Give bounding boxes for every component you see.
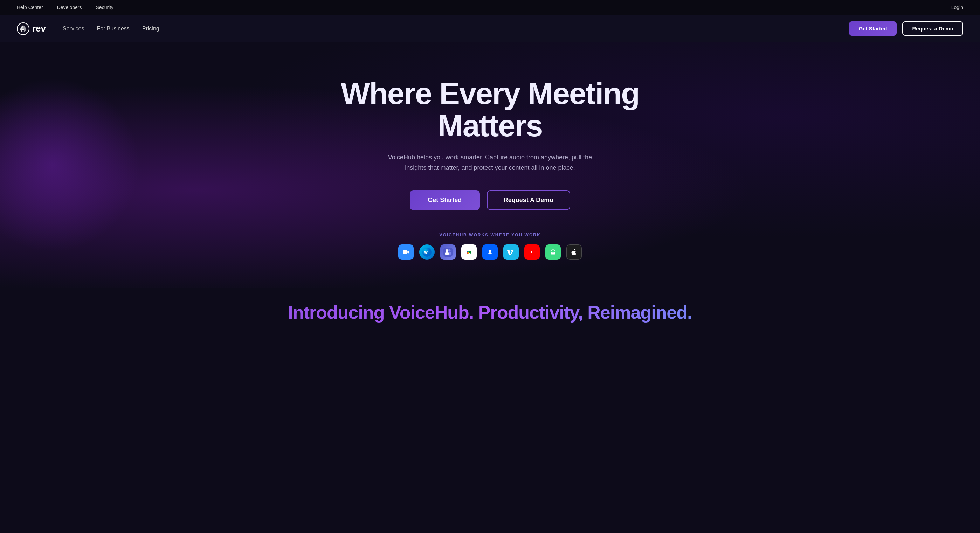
- nav-right: Get Started Request a Demo: [849, 21, 963, 36]
- svg-text:W: W: [424, 250, 428, 255]
- svg-point-1: [22, 29, 24, 30]
- logo[interactable]: rev: [17, 22, 46, 35]
- zoom-icon: [398, 245, 414, 260]
- teams-icon: [440, 245, 456, 260]
- svg-rect-11: [466, 251, 468, 252]
- security-link[interactable]: Security: [96, 5, 114, 10]
- developers-link[interactable]: Developers: [57, 5, 82, 10]
- services-nav-link[interactable]: Services: [63, 25, 84, 32]
- pricing-nav-link[interactable]: Pricing: [142, 25, 159, 32]
- hero-request-demo-button[interactable]: Request A Demo: [487, 190, 571, 210]
- dropbox-icon: [482, 245, 498, 260]
- nav-links: Services For Business Pricing: [63, 25, 159, 32]
- svg-rect-16: [506, 248, 515, 257]
- svg-point-6: [448, 249, 451, 251]
- top-bar: Help Center Developers Security Login: [0, 0, 980, 15]
- top-bar-links: Help Center Developers Security: [17, 5, 113, 10]
- main-nav: rev Services For Business Pricing Get St…: [0, 15, 980, 42]
- svg-rect-12: [468, 252, 469, 253]
- nav-get-started-button[interactable]: Get Started: [849, 21, 897, 36]
- integrations-label: VOICEHUB WORKS WHERE YOU WORK: [439, 232, 541, 237]
- nav-left: rev Services For Business Pricing: [17, 22, 159, 35]
- apple-icon: [566, 245, 582, 260]
- top-bar-right: Login: [951, 4, 963, 11]
- logo-text: rev: [32, 23, 46, 34]
- meet-icon: [461, 245, 477, 260]
- for-business-nav-link[interactable]: For Business: [97, 25, 129, 32]
- nav-request-demo-button[interactable]: Request a Demo: [902, 21, 963, 36]
- integration-icons: W: [398, 245, 582, 260]
- bottom-tagline: Introducing VoiceHub. Productivity, Reim…: [0, 288, 980, 330]
- android-icon: [545, 245, 561, 260]
- svg-rect-13: [466, 252, 468, 253]
- webex-icon: W: [419, 245, 435, 260]
- hero-title: Where Every Meeting Matters: [298, 77, 682, 142]
- svg-rect-14: [468, 251, 469, 252]
- hero-section: Where Every Meeting Matters VoiceHub hel…: [0, 42, 980, 288]
- bottom-tagline-text: Introducing VoiceHub. Productivity, Reim…: [17, 302, 963, 323]
- rev-logo-icon: [17, 22, 29, 35]
- vimeo-icon: [503, 245, 519, 260]
- youtube-icon: [524, 245, 540, 260]
- svg-point-8: [445, 249, 448, 252]
- hero-get-started-button[interactable]: Get Started: [410, 190, 480, 210]
- svg-point-19: [552, 253, 553, 253]
- hero-subtitle: VoiceHub helps you work smarter. Capture…: [385, 152, 595, 173]
- svg-rect-9: [445, 253, 449, 255]
- login-link[interactable]: Login: [951, 5, 963, 10]
- hero-buttons: Get Started Request A Demo: [410, 190, 571, 210]
- help-center-link[interactable]: Help Center: [17, 5, 43, 10]
- svg-point-20: [554, 253, 554, 253]
